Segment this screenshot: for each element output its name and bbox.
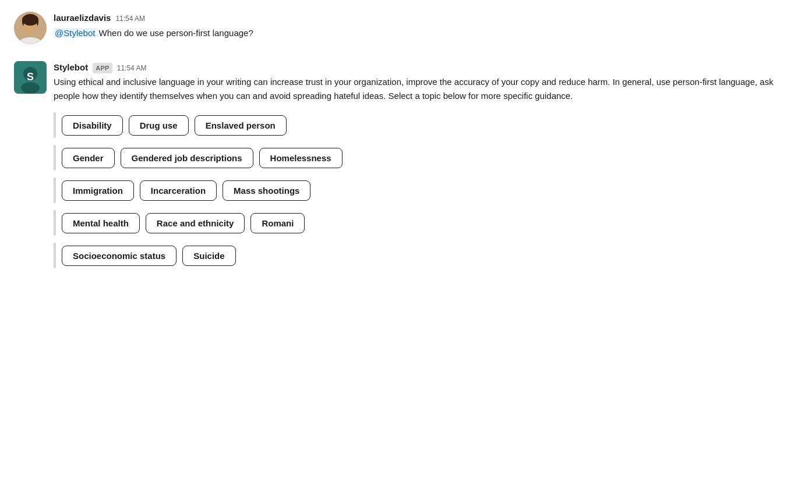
topic-button-disability[interactable]: Disability bbox=[62, 115, 123, 136]
user-message-text: @Stylebot When do we use person-first la… bbox=[54, 26, 798, 40]
topic-button-gender[interactable]: Gender bbox=[62, 148, 115, 168]
button-row-1: Disability Drug use Enslaved person bbox=[54, 112, 798, 138]
user-timestamp: 11:54 AM bbox=[115, 13, 145, 24]
topic-button-gendered-job-descriptions[interactable]: Gendered job descriptions bbox=[121, 148, 253, 168]
topic-button-romani[interactable]: Romani bbox=[250, 213, 305, 233]
topic-button-immigration[interactable]: Immigration bbox=[62, 180, 134, 201]
bot-avatar-icon: S bbox=[14, 61, 47, 94]
button-row-4: Mental health Race and ethnicity Romani bbox=[54, 210, 798, 236]
bot-message: S Stylebot APP 11:54 AM Using ethical an… bbox=[14, 61, 798, 269]
button-row-2: Gender Gendered job descriptions Homeles… bbox=[54, 145, 798, 171]
bot-message-header: Stylebot APP 11:54 AM bbox=[54, 61, 798, 74]
topic-button-incarceration[interactable]: Incarceration bbox=[140, 180, 217, 201]
topic-button-suicide[interactable]: Suicide bbox=[182, 246, 235, 266]
bot-timestamp: 11:54 AM bbox=[117, 63, 147, 73]
topic-button-mass-shootings[interactable]: Mass shootings bbox=[223, 180, 310, 201]
topic-buttons-section: Disability Drug use Enslaved person Gend… bbox=[54, 112, 798, 268]
user-message-content: lauraelizdavis 11:54 AM @Stylebot When d… bbox=[54, 12, 798, 49]
row-divider-3 bbox=[54, 178, 56, 203]
bot-message-content: Stylebot APP 11:54 AM Using ethical and … bbox=[54, 61, 798, 269]
topic-button-homelessness[interactable]: Homelessness bbox=[259, 148, 343, 168]
row-divider-2 bbox=[54, 145, 56, 171]
topic-button-enslaved-person[interactable]: Enslaved person bbox=[195, 115, 287, 136]
bot-message-body: Using ethical and inclusive language in … bbox=[54, 75, 798, 103]
user-username: lauraelizdavis bbox=[54, 12, 111, 25]
row-divider-4 bbox=[54, 210, 56, 236]
svg-point-3 bbox=[22, 14, 38, 26]
svg-text:S: S bbox=[27, 70, 34, 82]
mention-stylebot[interactable]: @Stylebot bbox=[54, 28, 96, 38]
topic-button-drug-use[interactable]: Drug use bbox=[129, 115, 189, 136]
row-divider-5 bbox=[54, 243, 56, 268]
topic-button-race-ethnicity[interactable]: Race and ethnicity bbox=[146, 213, 245, 233]
row-divider-1 bbox=[54, 112, 56, 138]
bot-avatar: S bbox=[14, 61, 47, 94]
app-badge: APP bbox=[93, 63, 112, 74]
topic-button-mental-health[interactable]: Mental health bbox=[62, 213, 140, 233]
topic-button-socioeconomic-status[interactable]: Socioeconomic status bbox=[62, 246, 176, 266]
user-avatar bbox=[14, 12, 47, 44]
bot-username: Stylebot bbox=[54, 61, 88, 74]
user-message: lauraelizdavis 11:54 AM @Stylebot When d… bbox=[14, 12, 798, 49]
button-row-5: Socioeconomic status Suicide bbox=[54, 243, 798, 268]
button-row-3: Immigration Incarceration Mass shootings bbox=[54, 178, 798, 203]
user-message-header: lauraelizdavis 11:54 AM bbox=[54, 12, 798, 25]
svg-point-9 bbox=[21, 82, 40, 94]
